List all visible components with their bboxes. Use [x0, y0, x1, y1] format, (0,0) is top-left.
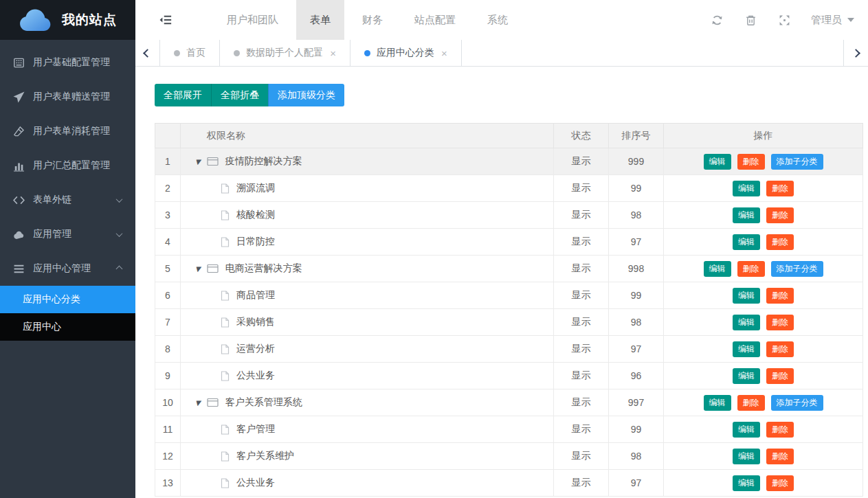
sidebar-item-1[interactable]: 用户表单赠送管理 [0, 80, 135, 114]
sidebar-item-0[interactable]: 用户基础配置管理 [0, 45, 135, 80]
row-number: 5 [155, 256, 181, 282]
actions-cell: 编辑删除 [664, 443, 863, 470]
delete-button[interactable]: 删除 [766, 422, 794, 438]
delete-button[interactable]: 删除 [766, 315, 794, 330]
edit-button[interactable]: 编辑 [733, 288, 760, 304]
table-row: 4日常防控显示97编辑删除 [155, 229, 863, 256]
tabs-scroll-right-icon[interactable] [843, 40, 868, 66]
edit-button[interactable]: 编辑 [733, 422, 760, 438]
status-cell: 显示 [554, 363, 609, 389]
edit-button[interactable]: 编辑 [704, 395, 731, 411]
sort-cell: 999 [609, 148, 664, 175]
row-number: 10 [155, 389, 181, 416]
top-menu-item-4[interactable]: 系统 [474, 0, 522, 40]
add-top-category-button[interactable]: 添加顶级分类 [268, 84, 344, 106]
fullscreen-icon[interactable] [779, 14, 790, 26]
add-child-category-button[interactable]: 添加子分类 [771, 154, 823, 170]
file-icon [221, 317, 230, 328]
toolbar: 全部展开 全部折叠 添加顶级分类 [155, 84, 868, 106]
delete-button[interactable]: 删除 [766, 341, 794, 357]
sidebar-item-2[interactable]: 用户表单消耗管理 [0, 114, 135, 148]
delete-button[interactable]: 删除 [766, 181, 794, 196]
status-cell: 显示 [554, 443, 609, 470]
add-child-category-button[interactable]: 添加子分类 [771, 395, 823, 411]
tab-close-icon[interactable]: × [330, 48, 336, 58]
sidebar-item-6[interactable]: 应用中心管理 [0, 251, 135, 286]
cloud-icon [12, 228, 25, 240]
edit-button[interactable]: 编辑 [733, 181, 760, 196]
actions-cell: 编辑删除 [664, 336, 863, 363]
table-row: 12客户关系维护显示98编辑删除 [155, 443, 863, 470]
sort-cell: 98 [609, 443, 664, 470]
tree-collapse-caret-icon[interactable]: ▼ [195, 265, 201, 273]
header-index [155, 124, 181, 148]
actions-cell: 编辑删除 [664, 202, 863, 229]
tree-collapse-caret-icon[interactable]: ▼ [195, 399, 201, 407]
menu-lines-icon [12, 262, 25, 275]
tab-2[interactable]: 应用中心分类× [350, 40, 462, 66]
topnav: 用户和团队表单财务站点配置系统 管理员 [135, 0, 868, 40]
sidebar-item-4[interactable]: 表单外链 [0, 183, 135, 217]
sidebar-menu: 用户基础配置管理用户表单赠送管理用户表单消耗管理用户汇总配置管理表单外链应用管理… [0, 40, 135, 341]
trash-icon[interactable] [745, 14, 757, 26]
category-name: 采购销售 [236, 316, 275, 328]
delete-button[interactable]: 删除 [737, 154, 765, 170]
delete-button[interactable]: 删除 [766, 475, 794, 491]
sidebar-subitem-6-1[interactable]: 应用中心 [0, 313, 135, 341]
tab-0[interactable]: 首页 [160, 40, 220, 66]
category-name: 公共业务 [236, 370, 275, 382]
category-name: 核酸检测 [236, 209, 275, 221]
tree-collapse-caret-icon[interactable]: ▼ [195, 158, 201, 166]
status-cell: 显示 [554, 256, 609, 282]
top-menu-item-2[interactable]: 财务 [348, 0, 397, 40]
sidebar-item-5[interactable]: 应用管理 [0, 217, 135, 251]
edit-button[interactable]: 编辑 [733, 368, 760, 384]
tabs-scroll-left-icon[interactable] [135, 40, 160, 66]
category-name: 客户关系管理系统 [225, 396, 302, 409]
actions-cell: 编辑删除 [664, 470, 863, 497]
tab-label: 首页 [186, 47, 205, 59]
tabs: 首页数据助手个人配置×应用中心分类× [160, 40, 462, 66]
top-menu-item-1[interactable]: 表单 [296, 0, 344, 40]
sort-cell: 99 [609, 282, 664, 309]
delete-button[interactable]: 删除 [766, 449, 794, 464]
edit-button[interactable]: 编辑 [733, 341, 760, 357]
sort-cell: 98 [609, 309, 664, 336]
chevron-down-icon [116, 230, 123, 237]
sidebar-subitem-6-0[interactable]: 应用中心分类 [0, 286, 135, 313]
add-child-category-button[interactable]: 添加子分类 [771, 261, 823, 277]
top-menu-item-3[interactable]: 站点配置 [401, 0, 469, 40]
delete-button[interactable]: 删除 [766, 207, 794, 223]
table-row: 10▼客户关系管理系统显示997编辑删除添加子分类 [155, 389, 863, 416]
user-menu[interactable]: 管理员 [811, 14, 854, 27]
table-row: 8运营分析显示97编辑删除 [155, 336, 863, 363]
tab-close-icon[interactable]: × [441, 48, 447, 58]
collapse-all-button[interactable]: 全部折叠 [211, 84, 268, 106]
edit-button[interactable]: 编辑 [704, 261, 731, 277]
delete-button[interactable]: 删除 [737, 261, 765, 277]
table-row: 1▼疫情防控解决方案显示999编辑删除添加子分类 [155, 148, 863, 175]
edit-button[interactable]: 编辑 [733, 315, 760, 330]
expand-all-button[interactable]: 全部展开 [155, 84, 211, 106]
delete-button[interactable]: 删除 [766, 288, 794, 304]
category-name: 商品管理 [236, 289, 275, 302]
edit-button[interactable]: 编辑 [733, 475, 760, 491]
tab-label: 应用中心分类 [377, 47, 434, 59]
sidebar-toggle-icon[interactable] [159, 0, 173, 40]
edit-button[interactable]: 编辑 [733, 207, 760, 223]
tab-1[interactable]: 数据助手个人配置× [220, 40, 350, 66]
delete-button[interactable]: 删除 [766, 368, 794, 384]
refresh-icon[interactable] [711, 14, 723, 26]
edit-button[interactable]: 编辑 [733, 234, 760, 250]
top-menu-item-0[interactable]: 用户和团队 [213, 0, 292, 40]
header-sort: 排序号 [609, 124, 664, 148]
actions-cell: 编辑删除 [664, 282, 863, 309]
table-row: 13公共业务显示97编辑删除 [155, 470, 863, 497]
sidebar-subitem-label: 应用中心 [23, 321, 61, 333]
delete-button[interactable]: 删除 [766, 234, 794, 250]
edit-button[interactable]: 编辑 [704, 154, 731, 170]
edit-button[interactable]: 编辑 [733, 449, 760, 464]
delete-button[interactable]: 删除 [737, 395, 765, 411]
sidebar-item-3[interactable]: 用户汇总配置管理 [0, 148, 135, 183]
top-menu: 用户和团队表单财务站点配置系统 [211, 0, 524, 40]
